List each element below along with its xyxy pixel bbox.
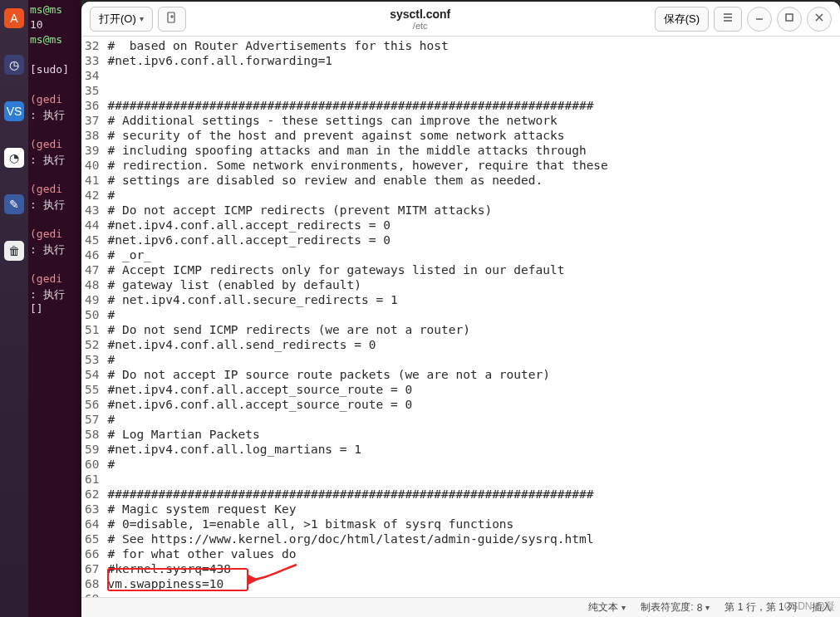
line-number: 47 <box>85 262 99 277</box>
code-line[interactable]: # based on Router Advertisements for thi… <box>107 38 837 53</box>
code-line[interactable]: # 0=disable, 1=enable all, >1 bitmask of… <box>107 517 837 531</box>
chevron-down-icon: ▾ <box>140 14 144 23</box>
code-line[interactable]: # Accept ICMP redirects only for gateway… <box>107 262 837 277</box>
window-subtitle: /etc <box>193 21 648 31</box>
code-line[interactable]: # Log Martian Packets <box>107 427 837 442</box>
code-line[interactable]: #kernel.sysrq=438 <box>107 561 837 576</box>
line-number: 54 <box>85 367 99 382</box>
tab-width-label: 制表符宽度: <box>641 600 693 615</box>
code-line[interactable]: #net.ipv6.conf.all.accept_source_route =… <box>107 397 837 412</box>
gedit-window: 打开(O) ▾ sysctl.conf /etc 保存(S) <box>81 2 840 617</box>
chevron-down-icon: ▾ <box>621 603 626 612</box>
code-line[interactable]: # _or_ <box>107 247 837 262</box>
code-line[interactable]: #net.ipv4.conf.all.accept_redirects = 0 <box>107 218 837 233</box>
code-line[interactable]: # redirection. Some network environments… <box>107 158 837 173</box>
line-number: 45 <box>85 233 99 247</box>
code-line[interactable]: # Do not send ICMP redirects (we are not… <box>107 322 837 337</box>
line-number: 62 <box>85 487 99 502</box>
code-line[interactable]: #net.ipv4.conf.all.accept_source_route =… <box>107 382 837 397</box>
open-button-label: 打开(O) <box>99 12 136 27</box>
line-number: 60 <box>85 457 99 472</box>
code-line[interactable]: ########################################… <box>107 98 837 113</box>
line-number: 65 <box>85 531 99 546</box>
text-editor-area[interactable]: 3233343536373839404142434445464748495051… <box>81 37 840 597</box>
code-line[interactable]: #net.ipv6.conf.all.accept_redirects = 0 <box>107 233 837 247</box>
line-number: 63 <box>85 502 99 517</box>
maximize-button[interactable] <box>777 7 802 32</box>
line-number: 38 <box>85 128 99 143</box>
new-document-icon <box>166 12 178 26</box>
svg-rect-1 <box>786 14 793 21</box>
gedit-icon[interactable]: ✎ <box>4 194 24 214</box>
code-line[interactable]: # for what other values do <box>107 546 837 561</box>
line-number: 41 <box>85 173 99 188</box>
code-line[interactable]: # <box>107 188 837 203</box>
chrome-icon[interactable]: ◔ <box>4 148 24 168</box>
line-number: 34 <box>85 68 99 83</box>
code-line[interactable]: # <box>107 457 837 472</box>
line-number: 35 <box>85 83 99 98</box>
code-line[interactable]: # Additional settings - these settings c… <box>107 113 837 128</box>
line-number: 44 <box>85 218 99 233</box>
line-number: 55 <box>85 382 99 397</box>
code-line[interactable]: # Do not accept IP source route packets … <box>107 367 837 382</box>
code-line[interactable] <box>107 68 837 83</box>
line-number: 66 <box>85 546 99 561</box>
code-line[interactable]: # See https://www.kernel.org/doc/html/la… <box>107 531 837 546</box>
line-number: 51 <box>85 322 99 337</box>
maximize-icon <box>784 12 794 25</box>
line-number: 39 <box>85 143 99 158</box>
line-number: 46 <box>85 247 99 262</box>
vscode-icon[interactable]: VS <box>4 101 24 121</box>
language-mode-selector[interactable]: 纯文本 ▾ <box>588 600 626 615</box>
ide-icon[interactable]: ◷ <box>4 55 24 75</box>
minimize-button[interactable] <box>747 7 772 32</box>
chevron-down-icon: ▾ <box>705 603 710 612</box>
store-icon[interactable]: A <box>4 8 24 28</box>
code-line[interactable] <box>107 83 837 98</box>
tab-width-selector[interactable]: 制表符宽度: 8 ▾ <box>641 600 710 615</box>
line-number: 57 <box>85 412 99 427</box>
code-line[interactable]: # <box>107 412 837 427</box>
hamburger-menu-button[interactable] <box>714 7 742 32</box>
line-number: 32 <box>85 38 99 53</box>
save-button[interactable]: 保存(S) <box>655 7 709 32</box>
status-bar: 纯文本 ▾ 制表符宽度: 8 ▾ 第 1 行，第 1 列 插入 <box>81 597 840 617</box>
code-line[interactable]: # Magic system request Key <box>107 502 837 517</box>
code-line[interactable]: ########################################… <box>107 487 837 502</box>
code-content[interactable]: # based on Router Advertisements for thi… <box>104 37 840 597</box>
line-number: 68 <box>85 576 99 591</box>
new-tab-button[interactable] <box>158 7 186 32</box>
code-line[interactable] <box>107 591 837 597</box>
language-mode-label: 纯文本 <box>588 600 618 615</box>
watermark: CSDN @凝 <box>784 600 835 614</box>
close-icon <box>814 12 824 25</box>
code-line[interactable]: # <box>107 307 837 322</box>
code-line[interactable]: # Do not accept ICMP redirects (prevent … <box>107 203 837 218</box>
code-line[interactable]: # <box>107 352 837 367</box>
line-number-gutter: 3233343536373839404142434445464748495051… <box>81 37 104 597</box>
minimize-icon <box>754 12 764 25</box>
code-line[interactable]: #net.ipv4.conf.all.log_martians = 1 <box>107 442 837 457</box>
trash-icon[interactable]: 🗑 <box>4 241 24 261</box>
line-number: 69 <box>85 591 99 597</box>
code-line[interactable]: #net.ipv4.conf.all.send_redirects = 0 <box>107 337 837 352</box>
line-number: 59 <box>85 442 99 457</box>
line-number: 61 <box>85 472 99 487</box>
line-number: 36 <box>85 98 99 113</box>
line-number: 48 <box>85 277 99 292</box>
code-line[interactable]: # including spoofing attacks and man in … <box>107 143 837 158</box>
line-number: 43 <box>85 203 99 218</box>
line-number: 40 <box>85 158 99 173</box>
code-line[interactable]: # gateway list (enabled by default) <box>107 277 837 292</box>
line-number: 52 <box>85 337 99 352</box>
code-line[interactable]: # settings are disabled so review and en… <box>107 173 837 188</box>
open-button[interactable]: 打开(O) ▾ <box>90 7 153 32</box>
line-number: 37 <box>85 113 99 128</box>
code-line[interactable]: #net.ipv6.conf.all.forwarding=1 <box>107 53 837 68</box>
close-button[interactable] <box>807 7 832 32</box>
code-line[interactable] <box>107 472 837 487</box>
code-line[interactable]: # security of the host and prevent again… <box>107 128 837 143</box>
code-line[interactable]: # net.ipv4.conf.all.secure_redirects = 1 <box>107 292 837 307</box>
code-line[interactable]: vm.swappiness=10 <box>107 576 837 591</box>
